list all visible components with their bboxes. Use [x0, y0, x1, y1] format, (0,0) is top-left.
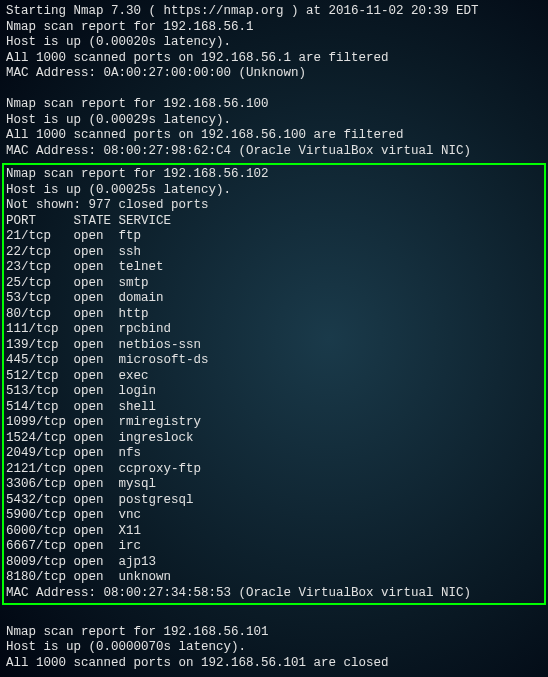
- blank-line: [6, 609, 542, 625]
- port-row: 1099/tcp open rmiregistry: [6, 415, 542, 431]
- host1-ports: All 1000 scanned ports on 192.168.56.1 a…: [6, 51, 542, 67]
- host2-report: Nmap scan report for 192.168.56.100: [6, 97, 542, 113]
- port-row: 6667/tcp open irc: [6, 539, 542, 555]
- host2-ports: All 1000 scanned ports on 192.168.56.100…: [6, 128, 542, 144]
- host3-report: Nmap scan report for 192.168.56.102: [6, 167, 542, 183]
- nmap-header: Starting Nmap 7.30 ( https://nmap.org ) …: [6, 4, 542, 20]
- port-row: 512/tcp open exec: [6, 369, 542, 385]
- port-row: 514/tcp open shell: [6, 400, 542, 416]
- host1-report: Nmap scan report for 192.168.56.1: [6, 20, 542, 36]
- host4-status: Host is up (0.0000070s latency).: [6, 640, 542, 656]
- host1-status: Host is up (0.00020s latency).: [6, 35, 542, 51]
- port-row: 8180/tcp open unknown: [6, 570, 542, 586]
- port-row: 3306/tcp open mysql: [6, 477, 542, 493]
- port-row: 80/tcp open http: [6, 307, 542, 323]
- host3-status: Host is up (0.00025s latency).: [6, 183, 542, 199]
- host2-mac: MAC Address: 08:00:27:98:62:C4 (Oracle V…: [6, 144, 542, 160]
- host2-status: Host is up (0.00029s latency).: [6, 113, 542, 129]
- port-row: 53/tcp open domain: [6, 291, 542, 307]
- port-row: 513/tcp open login: [6, 384, 542, 400]
- host3-notshown: Not shown: 977 closed ports: [6, 198, 542, 214]
- port-row: 139/tcp open netbios-ssn: [6, 338, 542, 354]
- host1-mac: MAC Address: 0A:00:27:00:00:00 (Unknown): [6, 66, 542, 82]
- host4-report: Nmap scan report for 192.168.56.101: [6, 625, 542, 641]
- port-row: 1524/tcp open ingreslock: [6, 431, 542, 447]
- port-row: 6000/tcp open X11: [6, 524, 542, 540]
- host3-mac: MAC Address: 08:00:27:34:58:53 (Oracle V…: [6, 586, 542, 602]
- port-row: 5432/tcp open postgresql: [6, 493, 542, 509]
- port-row: 5900/tcp open vnc: [6, 508, 542, 524]
- port-row: 2121/tcp open ccproxy-ftp: [6, 462, 542, 478]
- port-row: 23/tcp open telnet: [6, 260, 542, 276]
- blank-line: [6, 671, 542, 677]
- port-row: 21/tcp open ftp: [6, 229, 542, 245]
- port-list: 21/tcp open ftp22/tcp open ssh23/tcp ope…: [6, 229, 542, 586]
- port-table-header: PORT STATE SERVICE: [6, 214, 542, 230]
- port-row: 2049/tcp open nfs: [6, 446, 542, 462]
- port-row: 22/tcp open ssh: [6, 245, 542, 261]
- host4-ports: All 1000 scanned ports on 192.168.56.101…: [6, 656, 542, 672]
- port-row: 111/tcp open rpcbind: [6, 322, 542, 338]
- port-row: 25/tcp open smtp: [6, 276, 542, 292]
- port-row: 445/tcp open microsoft-ds: [6, 353, 542, 369]
- highlighted-host-block: Nmap scan report for 192.168.56.102 Host…: [2, 163, 546, 605]
- blank-line: [6, 82, 542, 98]
- port-row: 8009/tcp open ajp13: [6, 555, 542, 571]
